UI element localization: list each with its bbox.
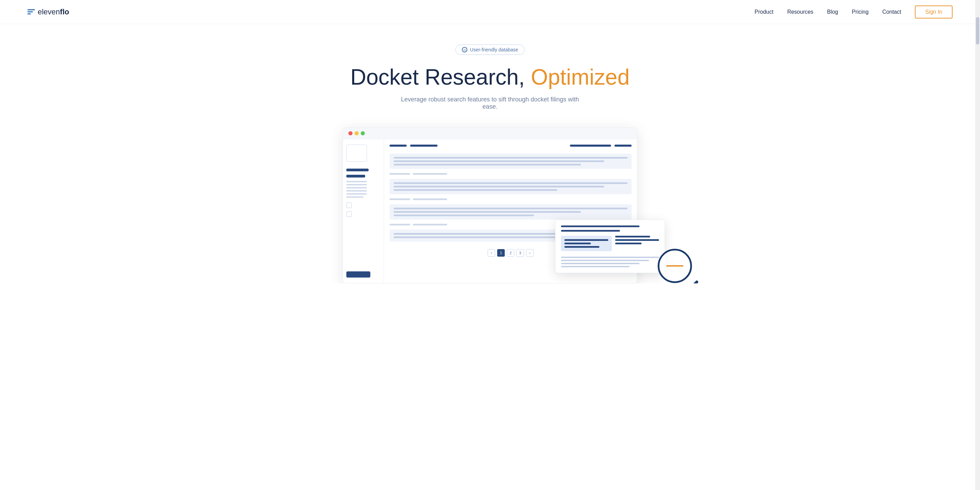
window-titlebar [343,128,637,139]
sidebar-sq-1 [346,203,352,208]
hero-section: ⊙ User-friendly database Docket Research… [0,24,980,283]
magnifier-icon [658,249,692,283]
hero-subheadline: Leverage robust search features to sift … [396,96,584,110]
logo-text: elevenflo [38,8,69,16]
card-line-top-2 [561,230,620,232]
sidebar-block-1 [346,168,369,171]
dot-close [348,131,353,135]
nav-blog[interactable]: Blog [827,9,838,15]
logo-icon [27,9,35,14]
nav-links: Product Resources Blog Pricing Contact S… [754,5,953,19]
dot-minimize [355,131,359,135]
meta-row-1 [390,173,632,175]
sidebar-box [346,144,367,162]
nav-pricing[interactable]: Pricing [852,9,869,15]
nav-contact[interactable]: Contact [882,9,901,15]
nav-product[interactable]: Product [754,9,773,15]
content-block-3 [390,204,632,220]
database-icon: ⊙ [462,47,468,52]
sidebar-line-1 [346,181,367,182]
sidebar-sq-2 [346,211,352,217]
hero-headline: Docket Research, Optimized [7,65,973,89]
meta-row-2 [390,198,632,200]
window-sidebar [343,139,384,283]
card-bottom [561,257,659,267]
content-header [390,144,632,147]
dot-maximize [361,131,365,135]
magnifier-circle [658,249,692,283]
sidebar-line-3 [346,187,367,189]
magnifier-highlight [666,265,683,266]
hero-badge: ⊙ User-friendly database [455,44,525,55]
sidebar-line-5 [346,193,367,195]
nav-resources[interactable]: Resources [787,9,813,15]
magnifier-handle [689,280,699,284]
sidebar-button-mock [346,271,370,278]
card-body [561,236,659,254]
sidebar-items [346,181,380,198]
logo-link[interactable]: elevenflo [27,8,69,16]
page-prev[interactable]: ‹ [488,249,495,257]
hero-illustration: ‹ 1 2 3 › [336,127,644,283]
card-line-top [561,225,640,227]
page-3[interactable]: 3 [516,249,524,257]
sidebar-block-2 [346,175,365,178]
card-text-section [615,236,659,254]
signin-button[interactable]: Sign In [915,5,953,19]
page-2[interactable]: 2 [507,249,514,257]
sidebar-line-2 [346,184,367,186]
navbar: elevenflo Product Resources Blog Pricing… [0,0,980,24]
page-next[interactable]: › [526,249,533,257]
scrollbar-thumb[interactable] [976,17,979,44]
scrollbar-track[interactable] [975,0,980,283]
content-block-1 [390,154,632,169]
sidebar-line-6 [346,197,363,198]
sidebar-line-4 [346,190,367,192]
detail-card-overlay [555,220,665,273]
badge-text: User-friendly database [470,47,519,52]
page-1[interactable]: 1 [497,249,505,257]
content-block-2 [390,179,632,194]
card-blue-section [561,236,612,251]
